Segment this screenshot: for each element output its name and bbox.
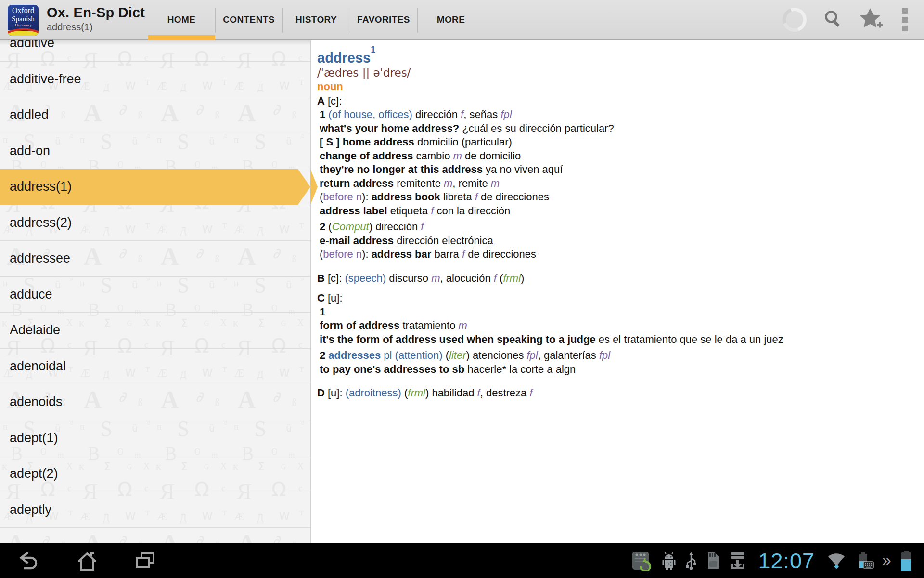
battery-keyboard-icon	[854, 551, 874, 570]
text-run: e-mail address	[320, 235, 394, 247]
logo-swoosh	[8, 26, 38, 36]
text-run: they're no longer at this address	[320, 163, 483, 175]
sidebar-item-adept-1[interactable]: adept(1)	[0, 420, 310, 457]
entry-line: B [c]: (speech) discurso m, alocución f …	[317, 272, 912, 286]
sidebar-item-address-1[interactable]: address(1)	[0, 169, 310, 205]
entry-line: 2 (Comput) dirección f	[317, 220, 912, 234]
home-button[interactable]	[76, 551, 98, 571]
text-run: (	[328, 221, 332, 233]
text-run: 2	[320, 221, 328, 233]
text-run: what's your home address?	[320, 122, 459, 134]
sidebar-item-adeptly[interactable]: adeptly	[0, 492, 310, 528]
text-run: de direcciones	[478, 191, 549, 203]
entry-line: it's the form of address used when speak…	[317, 333, 912, 347]
text-run: )	[521, 272, 524, 284]
text-run: f	[529, 387, 532, 399]
entry-body: A [c]:1 (of house, offices) dirección f,…	[317, 94, 912, 400]
text-run: Comput	[332, 221, 369, 233]
sidebar-item-address-2[interactable]: address(2)	[0, 205, 310, 241]
tab-history[interactable]: HISTORY	[282, 0, 350, 39]
sidebar-item-additive-free[interactable]: additive-free	[0, 62, 310, 98]
download-notification[interactable]	[729, 551, 746, 570]
text-run: m	[453, 150, 462, 162]
text-run: es el tratamiento que se le da a un juez	[596, 333, 783, 345]
overflow-menu-icon	[902, 8, 908, 14]
app-title: Ox. En-Sp Dict	[47, 4, 145, 21]
back-button[interactable]	[18, 551, 40, 571]
sd-card-icon	[705, 551, 721, 571]
text-run: m	[459, 319, 467, 331]
text-run: to pay one's addresses to sb	[320, 363, 464, 375]
text-run: hacerle* la corte a algn	[464, 363, 576, 375]
nav-buttons	[18, 551, 156, 571]
text-run: discurso	[386, 272, 431, 284]
usb-notification[interactable]	[685, 551, 697, 570]
tab-home[interactable]: HOME	[148, 0, 215, 39]
entry-line: form of address tratamiento m	[317, 319, 912, 333]
word-label: adduce	[10, 287, 52, 302]
entry-line: C [u]:	[317, 291, 912, 305]
tab-bar: HOMECONTENTSHISTORYFAVORITESMORE	[148, 0, 485, 39]
entry-line: they're no longer at this address ya no …	[317, 163, 912, 177]
expand-tray-button[interactable]: »	[882, 552, 891, 568]
sidebar-item-adduce[interactable]: adduce	[0, 277, 310, 313]
actionbar-icons	[783, 0, 910, 39]
overflow-menu-button[interactable]	[900, 6, 910, 33]
text-run: , galanterías	[538, 349, 599, 361]
entry-headword: address1	[317, 46, 912, 66]
text-run: libreta	[440, 191, 475, 203]
sidebar-item-adenoidal[interactable]: adenoidal	[0, 349, 310, 385]
entry-line: A [c]:	[317, 94, 912, 108]
text-run: 1	[320, 108, 328, 120]
sidebar-item-addled[interactable]: addled	[0, 97, 310, 133]
tab-more[interactable]: MORE	[417, 0, 485, 39]
sidebar-item-adenoids[interactable]: adenoids	[0, 384, 310, 420]
text-run: ):	[362, 191, 372, 203]
word-label: addressee	[10, 251, 70, 266]
homograph-number: 1	[371, 45, 375, 54]
text-run: [c]:	[325, 95, 342, 107]
text-run: ya no viven aquí	[483, 163, 563, 175]
text-run: it's the form of address used when speak…	[320, 333, 596, 345]
word-label: adept(2)	[10, 466, 58, 481]
text-run: 2	[320, 349, 328, 361]
app-sync-notification[interactable]	[631, 550, 653, 571]
text-run: ):	[362, 248, 372, 260]
text-run: fpl	[500, 108, 512, 120]
text-run: frml	[408, 387, 425, 399]
loading-spinner	[779, 4, 810, 36]
sidebar-item-add-on[interactable]: add-on	[0, 133, 310, 170]
tab-favorites[interactable]: FAVORITES	[350, 0, 417, 39]
sidebar-item-adelaide[interactable]: Adelaide	[0, 313, 310, 349]
sd-card-notification[interactable]	[705, 551, 721, 571]
text-run: (of house, offices)	[328, 108, 412, 120]
back-icon	[18, 551, 40, 571]
text-run: B	[317, 272, 328, 284]
sidebar-item-adept-2[interactable]: adept(2)	[0, 456, 310, 492]
entry-line: address label etiqueta f con la direcció…	[317, 204, 912, 218]
search-button[interactable]	[823, 9, 842, 30]
add-favorite-button[interactable]	[859, 7, 884, 32]
word-label: Adelaide	[10, 323, 60, 338]
text-run: de direcciones	[465, 248, 536, 260]
home-icon	[76, 551, 98, 571]
text-run: C	[317, 292, 328, 304]
title-block: Ox. En-Sp Dict address(1)	[47, 4, 145, 33]
text-run: ) habilidad	[425, 387, 477, 399]
top-shade	[0, 40, 310, 45]
clock: 12:07	[758, 550, 815, 572]
text-run: domicilio (particular)	[414, 136, 512, 148]
wifi-icon	[826, 552, 847, 570]
recent-apps-button[interactable]	[134, 551, 156, 571]
sidebar-item-addressee[interactable]: addressee	[0, 241, 310, 277]
entry-line: 1 (of house, offices) dirección f, señas…	[317, 108, 912, 122]
text-run: , alocución	[440, 272, 494, 284]
word-list-pane: Я Ω c Æ Д W T A ∂ ß п S ü e B O m	[0, 40, 310, 543]
sidebar-item-partial[interactable]	[0, 528, 310, 543]
tab-contents[interactable]: CONTENTS	[215, 0, 282, 39]
text-run: before n	[323, 248, 362, 260]
text-run: D	[317, 387, 328, 399]
status-tray[interactable]: 12:07 »	[631, 550, 913, 572]
android-debug-notification[interactable]	[661, 551, 677, 570]
entry-pane: address1 /ˈædres || əˈdres/ noun A [c]:1…	[310, 40, 924, 543]
